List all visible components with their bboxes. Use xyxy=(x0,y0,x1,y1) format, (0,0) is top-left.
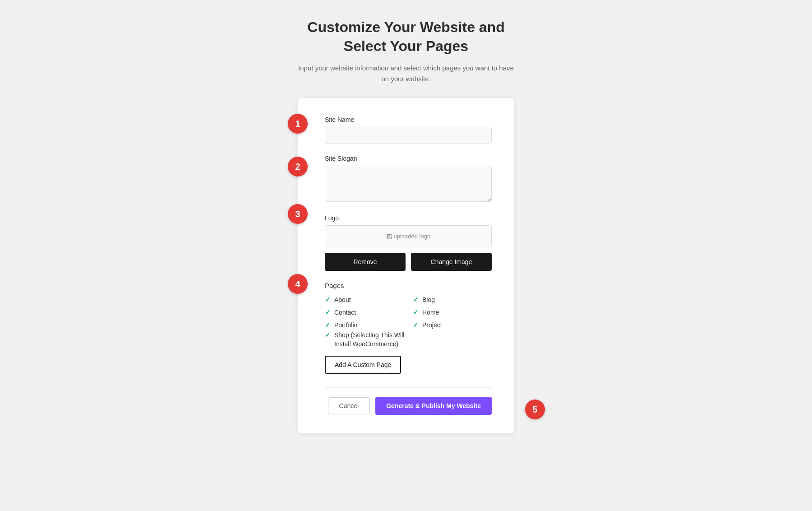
add-custom-page-button[interactable]: Add A Custom Page xyxy=(325,356,401,374)
site-name-group: Site Name xyxy=(325,116,492,144)
page-name-about: About xyxy=(334,296,351,303)
logo-preview: 🖼 uploaded logo xyxy=(325,225,492,247)
step-badge-5: 5 xyxy=(525,400,545,419)
page-subtitle: Input your website information and selec… xyxy=(298,63,514,84)
check-icon-about: ✓ xyxy=(325,296,331,304)
page-name-shop: Shop (Selecting This WillInstall WooComm… xyxy=(334,331,404,348)
page-item-project[interactable]: ✓ Project xyxy=(413,321,492,329)
page-name-blog: Blog xyxy=(422,296,435,303)
page-header: Customize Your Website andSelect Your Pa… xyxy=(298,18,514,84)
logo-buttons: Remove Change Image xyxy=(325,253,492,271)
page-item-home[interactable]: ✓ Home xyxy=(413,308,492,316)
check-icon-home: ✓ xyxy=(413,308,419,316)
publish-button[interactable]: Generate & Publish My Website xyxy=(375,397,492,415)
step-badge-4: 4 xyxy=(288,274,308,294)
logo-group: Logo 🖼 uploaded logo Remove Change Image xyxy=(325,214,492,271)
card-footer: Cancel Generate & Publish My Website xyxy=(325,387,492,415)
check-icon-contact: ✓ xyxy=(325,308,331,316)
site-slogan-label: Site Slogan xyxy=(325,155,492,162)
page-item-blog[interactable]: ✓ Blog xyxy=(413,296,492,304)
page-item-portfolio[interactable]: ✓ Portfolio xyxy=(325,321,404,329)
site-slogan-input[interactable] xyxy=(325,166,492,202)
step-badge-3: 3 xyxy=(288,204,308,224)
page-item-about[interactable]: ✓ About xyxy=(325,296,404,304)
pages-grid: ✓ About ✓ Blog ✓ Contact ✓ Home xyxy=(325,296,492,329)
step-badge-1: 1 xyxy=(288,114,308,134)
step-badge-2: 2 xyxy=(288,157,308,177)
check-icon-portfolio: ✓ xyxy=(325,321,331,329)
page-item-contact[interactable]: ✓ Contact xyxy=(325,308,404,316)
page-title: Customize Your Website andSelect Your Pa… xyxy=(298,18,514,56)
cancel-button[interactable]: Cancel xyxy=(328,397,370,414)
page-name-portfolio: Portfolio xyxy=(334,321,357,329)
page-name-project: Project xyxy=(422,321,442,329)
check-icon-blog: ✓ xyxy=(413,296,419,304)
remove-button[interactable]: Remove xyxy=(325,253,406,271)
page-name-contact: Contact xyxy=(334,309,356,316)
check-icon-project: ✓ xyxy=(413,321,419,329)
logo-label: Logo xyxy=(325,214,492,222)
site-name-label: Site Name xyxy=(325,116,492,123)
change-image-button[interactable]: Change Image xyxy=(411,253,492,271)
card-wrapper: 1 2 3 4 5 Site Name Site Slogan Logo 🖼 u… xyxy=(298,98,514,433)
form-card: Site Name Site Slogan Logo 🖼 uploaded lo… xyxy=(298,98,514,433)
logo-preview-text: 🖼 uploaded logo xyxy=(386,233,430,240)
pages-label: Pages xyxy=(325,282,492,289)
pages-section: Pages ✓ About ✓ Blog ✓ Contact xyxy=(325,282,492,374)
page-item-shop[interactable]: ✓ Shop (Selecting This WillInstall WooCo… xyxy=(325,331,492,348)
page-name-home: Home xyxy=(422,309,439,316)
site-slogan-group: Site Slogan xyxy=(325,155,492,204)
site-name-input[interactable] xyxy=(325,127,492,144)
check-icon-shop: ✓ xyxy=(325,331,331,339)
